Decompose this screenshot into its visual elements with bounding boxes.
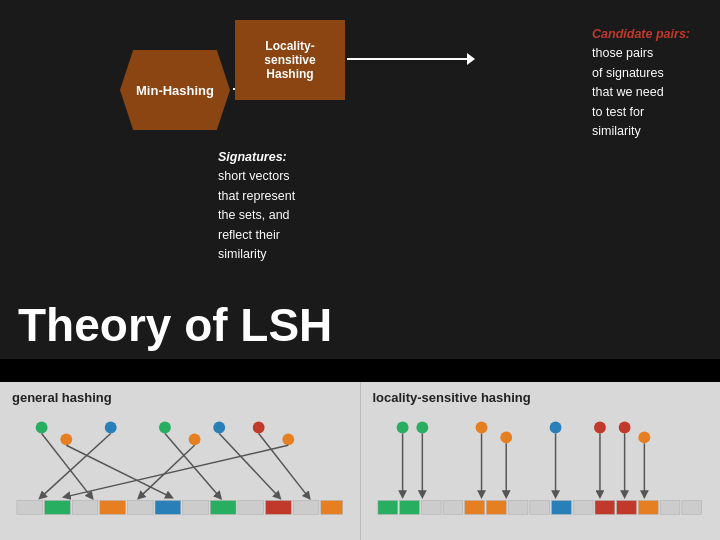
svg-rect-48 bbox=[464, 501, 484, 515]
svg-point-1 bbox=[60, 433, 72, 445]
locality-hashing-visual bbox=[373, 409, 709, 524]
theory-title: Theory of LSH bbox=[18, 300, 702, 351]
svg-point-2 bbox=[105, 422, 117, 434]
svg-rect-55 bbox=[616, 501, 636, 515]
svg-rect-57 bbox=[660, 501, 680, 515]
general-hashing-visual bbox=[12, 409, 348, 524]
svg-rect-20 bbox=[127, 501, 153, 515]
svg-line-14 bbox=[259, 433, 308, 496]
svg-rect-17 bbox=[45, 501, 71, 515]
svg-rect-19 bbox=[100, 501, 126, 515]
arrow-lsh-to-candidate bbox=[347, 58, 467, 60]
svg-rect-23 bbox=[210, 501, 236, 515]
svg-rect-18 bbox=[72, 501, 98, 515]
svg-point-7 bbox=[282, 433, 294, 445]
svg-line-12 bbox=[140, 445, 194, 496]
svg-rect-53 bbox=[573, 501, 593, 515]
svg-point-33 bbox=[594, 422, 606, 434]
svg-rect-50 bbox=[508, 501, 528, 515]
candidate-pairs-line3: that we need bbox=[592, 83, 690, 102]
signatures-box: Signatures: short vectors that represent… bbox=[218, 148, 295, 264]
svg-rect-54 bbox=[595, 501, 615, 515]
svg-rect-22 bbox=[183, 501, 209, 515]
svg-rect-51 bbox=[529, 501, 549, 515]
candidate-pairs-line2: of signatures bbox=[592, 64, 690, 83]
locality-hashing-panel: locality-sensitive hashing bbox=[361, 382, 721, 540]
svg-point-5 bbox=[213, 422, 225, 434]
svg-point-4 bbox=[189, 433, 201, 445]
svg-point-6 bbox=[253, 422, 265, 434]
svg-line-10 bbox=[42, 433, 111, 496]
svg-rect-27 bbox=[321, 501, 343, 515]
signatures-line5: similarity bbox=[218, 245, 295, 264]
svg-point-0 bbox=[36, 422, 48, 434]
bottom-section: general hashing bbox=[0, 382, 720, 540]
svg-point-3 bbox=[159, 422, 171, 434]
general-hashing-title: general hashing bbox=[12, 390, 348, 405]
theory-section: Theory of LSH bbox=[0, 295, 720, 359]
svg-rect-52 bbox=[551, 501, 571, 515]
svg-rect-56 bbox=[638, 501, 658, 515]
signatures-title: Signatures: bbox=[218, 148, 295, 167]
svg-rect-58 bbox=[681, 501, 701, 515]
svg-point-28 bbox=[396, 422, 408, 434]
candidate-pairs-line4: to test for bbox=[592, 103, 690, 122]
candidate-pairs-line5: similarity bbox=[592, 122, 690, 141]
signatures-line1: short vectors bbox=[218, 167, 295, 186]
signatures-line3: the sets, and bbox=[218, 206, 295, 225]
svg-point-31 bbox=[500, 431, 512, 443]
signatures-line4: reflect their bbox=[218, 226, 295, 245]
svg-point-34 bbox=[618, 422, 630, 434]
lsh-box: Locality-sensitive Hashing bbox=[235, 20, 345, 100]
svg-point-29 bbox=[416, 422, 428, 434]
svg-rect-46 bbox=[421, 501, 441, 515]
svg-rect-26 bbox=[293, 501, 319, 515]
svg-point-30 bbox=[475, 422, 487, 434]
min-hashing-box: Min-Hashing bbox=[120, 50, 230, 130]
svg-rect-21 bbox=[155, 501, 181, 515]
svg-line-13 bbox=[219, 433, 278, 496]
candidate-pairs-box: Candidate pairs: those pairs of signatur… bbox=[592, 25, 690, 141]
locality-hashing-title: locality-sensitive hashing bbox=[373, 390, 709, 405]
general-hashing-panel: general hashing bbox=[0, 382, 361, 540]
svg-rect-45 bbox=[399, 501, 419, 515]
svg-point-35 bbox=[638, 431, 650, 443]
svg-rect-49 bbox=[486, 501, 506, 515]
candidate-pairs-line1: those pairs bbox=[592, 44, 690, 63]
svg-line-9 bbox=[66, 445, 170, 496]
svg-rect-16 bbox=[17, 501, 43, 515]
svg-rect-47 bbox=[443, 501, 463, 515]
svg-rect-44 bbox=[377, 501, 397, 515]
candidate-pairs-title: Candidate pairs: bbox=[592, 25, 690, 44]
signatures-line2: that represent bbox=[218, 187, 295, 206]
svg-rect-25 bbox=[266, 501, 292, 515]
svg-point-32 bbox=[549, 422, 561, 434]
svg-rect-24 bbox=[238, 501, 264, 515]
